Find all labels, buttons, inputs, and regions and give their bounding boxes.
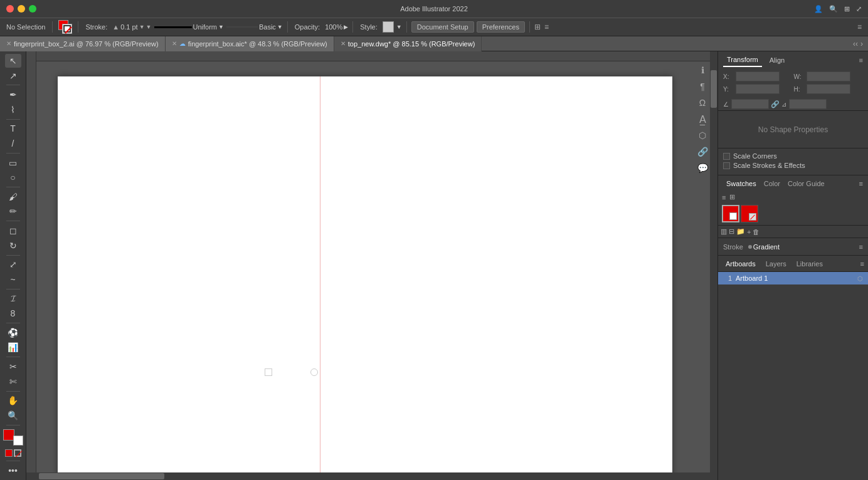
h-input[interactable] [807, 84, 850, 94]
swatch-delete-icon[interactable]: 🗑 [753, 228, 760, 236]
no-color-btn[interactable] [14, 449, 21, 457]
stroke-controls[interactable]: ▲ 0.1 pt ▼ ▼ [112, 23, 151, 31]
tabs-collapse-icon[interactable]: ‹‹ [853, 39, 858, 48]
opacity-control[interactable]: 100% ▶ [325, 23, 348, 31]
comment-icon[interactable]: 💬 [696, 162, 709, 174]
tab-2[interactable]: ✕ top_new.dwg* @ 85.15 % (RGB/Preview) [334, 36, 482, 51]
rotate-tool[interactable]: ↻ [5, 239, 21, 253]
expand-icon[interactable]: ⤢ [856, 5, 862, 13]
stroke-style-selector[interactable]: Basic ▼ [226, 23, 283, 31]
canvas-scroll[interactable] [26, 51, 717, 480]
tab-color[interactable]: Color [761, 179, 783, 189]
eyedropper-tool[interactable]: 𝓘 [5, 292, 21, 306]
artboards-menu[interactable]: ≡ [860, 260, 864, 268]
paragraph-icon[interactable]: ¶ [696, 80, 709, 93]
tabs-expand-icon[interactable]: › [860, 39, 863, 48]
tab-transform[interactable]: Transform [723, 53, 762, 67]
scrollbar-vertical[interactable] [710, 51, 717, 472]
hand-tool[interactable]: ✋ [5, 394, 21, 407]
canvas-area[interactable]: ℹ ¶ Ω A̲ ⬡ 🔗 💬 [26, 51, 717, 480]
minimize-button[interactable] [18, 5, 25, 13]
close-button[interactable] [6, 5, 14, 13]
user-icon[interactable]: 👤 [814, 5, 823, 13]
selection-tool[interactable]: ↖ [5, 54, 21, 68]
align-dist-icon[interactable]: ≡ [544, 23, 549, 31]
swatch-show-kind-icon[interactable]: ▥ [721, 227, 727, 236]
swatch-new-color-group-icon[interactable]: 📁 [736, 227, 745, 236]
warp-tool[interactable]: ~ [5, 273, 21, 286]
properties-icon[interactable]: ℹ [696, 64, 709, 76]
style-arrow[interactable]: ▼ [396, 24, 402, 30]
stroke-type-selector[interactable]: Uniform ▼ [154, 23, 224, 31]
scissors-tool[interactable]: ✄ [5, 375, 21, 389]
angle-input[interactable] [731, 99, 769, 109]
object-icon[interactable]: A̲ [696, 113, 709, 125]
fill-stroke-selector[interactable] [2, 429, 24, 446]
scale-tool[interactable]: ⤢ [5, 258, 21, 271]
paintbrush-tool[interactable]: 🖌 [5, 190, 21, 204]
swatch-show-menu-icon[interactable]: ⊟ [729, 227, 734, 236]
tab-close-1[interactable]: ✕ [172, 40, 177, 47]
shear-input[interactable] [789, 99, 827, 109]
scrollbar-h-thumb[interactable] [39, 473, 164, 479]
grid-icon[interactable]: ⊞ [844, 5, 850, 13]
swatch-item-2[interactable] [741, 205, 758, 222]
more-tools-button[interactable]: ••• [5, 464, 21, 477]
document-setup-button[interactable]: Document Setup [411, 21, 474, 33]
curvature-tool[interactable]: ⌇ [5, 103, 21, 117]
x-input[interactable] [736, 71, 780, 81]
fill-box[interactable] [58, 20, 72, 34]
type-tool[interactable]: T [5, 122, 21, 135]
slice-tool[interactable]: ✂ [5, 360, 21, 373]
direct-selection-tool[interactable]: ↗ [5, 69, 21, 83]
tab-layers[interactable]: Layers [762, 259, 790, 269]
eraser-tool[interactable]: ◻ [5, 224, 21, 237]
swatches-panel-menu[interactable]: ≡ [859, 180, 863, 187]
swatch-list-icon[interactable]: ≡ [721, 192, 727, 202]
blend-tool[interactable]: 8 [5, 306, 21, 320]
artboard-item-1[interactable]: 1 Artboard 1 ⬡ [718, 272, 868, 284]
tab-close-0[interactable]: ✕ [6, 40, 11, 47]
preferences-button[interactable]: Preferences [477, 21, 525, 33]
symbol-tool[interactable]: ⚽ [5, 326, 21, 340]
pen-tool[interactable]: ✒ [5, 88, 21, 102]
tab-1[interactable]: ✕ ☁ fingerprint_box.aic* @ 48.3 % (RGB/P… [166, 36, 334, 51]
scale-strokes-checkbox[interactable] [723, 162, 730, 169]
artboard-nav-icon-1[interactable]: ⬡ [857, 275, 863, 282]
swatch-new-icon[interactable]: + [747, 228, 751, 236]
tab-stroke[interactable]: Stroke [723, 243, 743, 251]
swatch-item-1[interactable] [722, 205, 739, 222]
right-menu-icon[interactable]: ≡ [857, 23, 862, 31]
transform-panel-menu[interactable]: ≡ [859, 56, 863, 64]
tab-swatches[interactable]: Swatches [723, 179, 760, 189]
arrange-icon[interactable]: ⊞ [534, 23, 541, 31]
scale-corners-checkbox[interactable] [723, 153, 730, 160]
swatch-grid-icon[interactable]: ⊞ [728, 192, 736, 202]
line-tool[interactable]: / [5, 137, 21, 150]
tab-artboards[interactable]: Artboards [722, 259, 760, 269]
rectangle-tool[interactable]: ▭ [5, 156, 21, 170]
stroke-gradient-menu[interactable]: ≡ [859, 243, 863, 251]
scrollbar-v-thumb[interactable] [711, 70, 717, 108]
graph-tool[interactable]: 📊 [5, 341, 21, 355]
tab-gradient[interactable]: Gradient [753, 243, 780, 251]
w-input[interactable] [807, 71, 850, 81]
style-preview[interactable] [383, 21, 394, 33]
ellipse-tool[interactable]: ○ [5, 170, 21, 184]
zoom-tool[interactable]: 🔍 [5, 409, 21, 422]
tab-libraries[interactable]: Libraries [793, 259, 827, 269]
tab-0[interactable]: ✕ fingerprint_box_2.ai @ 76.97 % (RGB/Pr… [0, 36, 166, 51]
maximize-button[interactable] [29, 5, 36, 13]
tab-align[interactable]: Align [766, 54, 788, 66]
y-input[interactable] [736, 84, 780, 94]
tab-close-2[interactable]: ✕ [341, 40, 346, 47]
link-constrain-icon[interactable]: 🔗 [771, 100, 779, 108]
export-icon[interactable]: ⬡ [696, 129, 709, 142]
text-style-icon[interactable]: Ω [696, 97, 709, 109]
link-icon[interactable]: 🔗 [696, 145, 709, 158]
tab-color-guide[interactable]: Color Guide [785, 179, 828, 189]
color-btn[interactable] [5, 449, 13, 457]
scrollbar-horizontal[interactable] [26, 472, 710, 480]
search-icon[interactable]: 🔍 [829, 5, 838, 13]
pencil-tool[interactable]: ✏ [5, 205, 21, 219]
